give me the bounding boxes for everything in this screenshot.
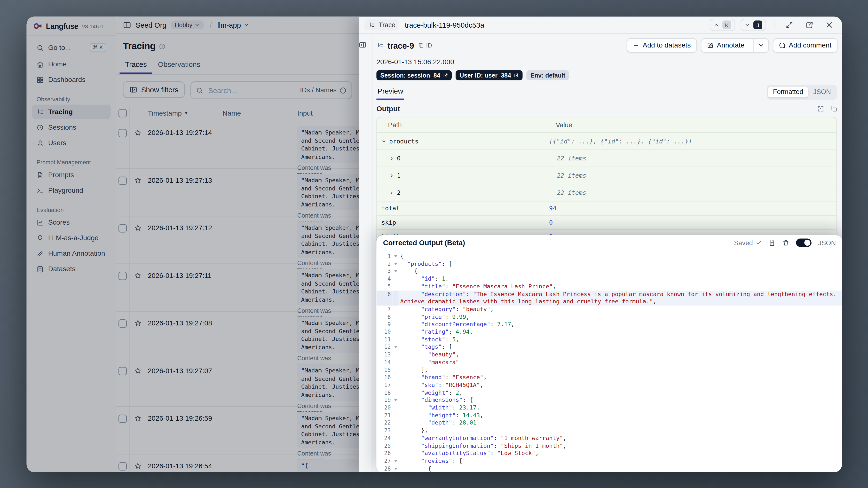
line-number: 17 (376, 382, 392, 389)
line-number: 10 (376, 328, 392, 336)
fold-gutter (393, 351, 399, 359)
fold-gutter[interactable] (393, 268, 399, 275)
check-icon (755, 240, 762, 246)
code-line-19: 19 "dimensions": { (376, 396, 842, 404)
fold-gutter (393, 412, 399, 419)
json-toggle-label: JSON (818, 239, 836, 247)
format-option-formatted[interactable]: Formatted (768, 87, 808, 97)
prev-trace-button[interactable]: K (710, 19, 735, 31)
fold-gutter (393, 359, 399, 366)
code-line-23: 23 }, (376, 427, 842, 434)
add-comment-button[interactable]: Add comment (773, 38, 838, 53)
fold-gutter (393, 336, 399, 343)
json-toggle[interactable] (796, 239, 811, 247)
output-path: total (381, 205, 400, 212)
toggle-knob (804, 240, 810, 246)
copy-icon[interactable] (831, 105, 838, 113)
line-number: 2 (376, 260, 392, 268)
format-option-json[interactable]: JSON (808, 87, 836, 97)
line-number: 16 (376, 374, 392, 382)
peek-header: Trace trace-bulk-119-950dc53a K J (359, 17, 842, 34)
line-number: 24 (376, 434, 392, 442)
open-in-new-icon[interactable] (805, 21, 813, 29)
code-line-14: 14 "mascara" (376, 359, 842, 366)
code-line-3: 3 { (376, 268, 842, 275)
output-value: 22 items (557, 172, 837, 179)
trace-id: trace-bulk-119-950dc53a (405, 21, 484, 29)
focus-icon[interactable] (817, 105, 825, 113)
fold-gutter (393, 450, 399, 457)
fold-gutter[interactable] (393, 252, 399, 260)
line-number: 12 (376, 343, 392, 351)
plus-icon (633, 42, 639, 49)
chevron-right-icon[interactable] (389, 173, 394, 178)
fold-gutter[interactable] (393, 396, 399, 404)
output-path: 1 (397, 172, 401, 179)
output-path: products (389, 138, 418, 145)
line-number: 13 (376, 351, 392, 359)
output-row-2[interactable]: 222 items (377, 184, 837, 202)
annotate-button[interactable]: Annotate (701, 38, 769, 53)
code-line-17: 17 "sku": "RCH45Q1A", (376, 382, 842, 389)
file-diff-icon[interactable] (768, 239, 776, 246)
code-line-28: 28 { (376, 465, 842, 472)
desktop-background: Langfuse v3.146.0 Go to... ⌘ K HomeDashb… (0, 0, 868, 488)
fold-gutter (393, 427, 399, 434)
external-link-icon (443, 73, 448, 78)
add-to-datasets-button[interactable]: Add to datasets (627, 38, 697, 53)
output-value: 94 (549, 205, 837, 212)
fold-gutter[interactable] (393, 465, 399, 472)
fold-gutter[interactable] (393, 260, 399, 268)
fold-gutter[interactable] (393, 457, 399, 465)
trace-tree-icon (376, 42, 383, 49)
code-line-24: 24 "warrantyInformation": "1 month warra… (376, 434, 842, 442)
code-line-1: 1{ (376, 252, 842, 260)
output-path: 2 (397, 189, 401, 196)
line-number: 8 (376, 313, 392, 321)
line-number (376, 298, 392, 306)
trace-breadcrumb[interactable]: Trace (364, 20, 399, 31)
output-row-1[interactable]: 122 items (377, 167, 837, 184)
next-trace-button[interactable]: J (741, 19, 766, 31)
line-number: 7 (376, 306, 392, 313)
output-row-products[interactable]: products[{"id": ...}, {"id": ...}, {"id"… (377, 133, 837, 150)
code-line-11: 11 "stock": 5, (376, 336, 842, 343)
badge-user-id[interactable]: User ID: user_384 (456, 70, 523, 80)
chevron-down-icon[interactable] (381, 139, 386, 144)
code-line-6: 6 "description": "The Essence Mascara La… (376, 290, 842, 298)
output-row-0[interactable]: 022 items (377, 150, 837, 167)
saved-status: Saved (734, 239, 762, 247)
code-line-26: 26 "availabilityStatus": "Low Stock", (376, 450, 842, 457)
fold-chevron-icon (394, 460, 397, 462)
collapse-panel-icon[interactable] (359, 41, 366, 49)
copy-trace-id[interactable]: ID (418, 42, 432, 49)
code-line-4: 4 "id": 1, (376, 275, 842, 283)
line-number: 28 (376, 465, 392, 472)
tab-preview[interactable]: Preview (376, 87, 404, 100)
chevron-right-icon[interactable] (389, 156, 394, 161)
badge-session[interactable]: Session: session_84 (376, 70, 452, 80)
chevron-right-icon[interactable] (389, 190, 394, 195)
annotate-dropdown[interactable] (753, 39, 768, 52)
line-number: 26 (376, 450, 392, 457)
code-line-21: 21 "height": 14.43, (376, 412, 842, 419)
fold-gutter (393, 434, 399, 442)
fold-gutter[interactable] (393, 343, 399, 351)
code-line-7: 7 "category": "beauty", (376, 306, 842, 313)
output-row-total: total94 (377, 202, 837, 216)
expand-icon[interactable] (785, 21, 794, 29)
fold-gutter (393, 306, 399, 313)
line-number: 23 (376, 427, 392, 434)
line-number: 9 (376, 321, 392, 328)
json-code-editor[interactable]: 1{2 "products": [3 {4 "id": 1,5 "title":… (376, 250, 842, 472)
trash-icon[interactable] (782, 239, 789, 246)
line-number: 6 (376, 290, 392, 298)
fold-gutter (393, 366, 399, 374)
line-number: 27 (376, 457, 392, 465)
line-number: 1 (376, 252, 392, 260)
close-icon[interactable] (825, 21, 833, 29)
fold-chevron-icon (394, 255, 397, 257)
peek-tabs: Preview Formatted JSON (376, 85, 837, 100)
fold-gutter (393, 389, 399, 396)
line-number: 14 (376, 359, 392, 366)
